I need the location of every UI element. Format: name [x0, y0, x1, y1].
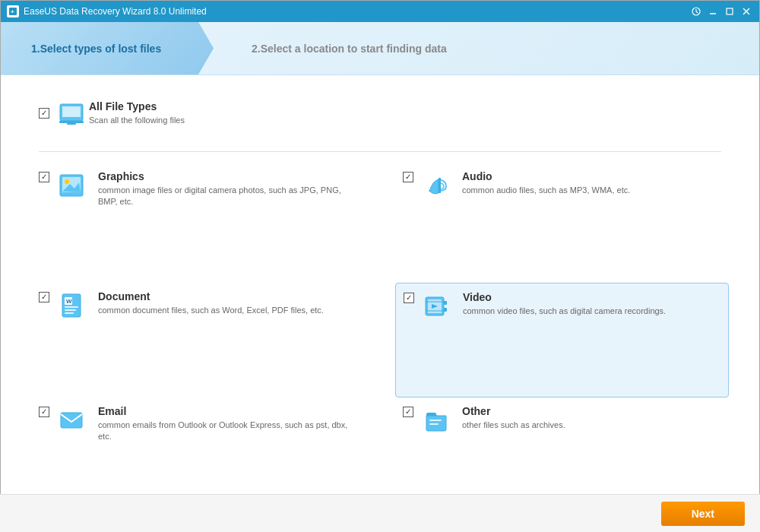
file-type-audio: Audio common audio files, such as MP3, W… [403, 170, 721, 275]
video-icon [423, 291, 454, 321]
audio-desc: common audio files, such as MP3, WMA, et… [462, 185, 630, 196]
document-checkbox[interactable] [39, 292, 49, 302]
divider [39, 151, 721, 152]
next-button[interactable]: Next [661, 502, 745, 526]
email-checkbox[interactable] [39, 407, 49, 417]
document-desc: common document files, such as Word, Exc… [98, 305, 324, 316]
graphics-name: Graphics [98, 170, 357, 182]
main-content: All File Types Scan all the following fi… [1, 75, 759, 532]
minimize-button[interactable] [706, 5, 720, 17]
close-button[interactable] [739, 5, 753, 17]
history-button[interactable] [689, 5, 703, 17]
other-desc: other files such as archives. [462, 420, 565, 431]
other-checkbox[interactable] [403, 407, 413, 417]
other-icon [423, 405, 453, 435]
email-desc: common emails from Outlook or Outlook Ex… [98, 420, 357, 443]
wizard-step-1-label: 1.Select types of lost files [31, 43, 161, 55]
graphics-checkbox[interactable] [39, 172, 49, 182]
email-name: Email [98, 405, 357, 417]
email-info: Email common emails from Outlook or Outl… [98, 405, 357, 443]
restore-button[interactable] [723, 5, 736, 17]
audio-icon [423, 170, 453, 201]
all-file-types-name: All File Types [89, 100, 185, 112]
video-name: Video [463, 291, 666, 303]
titlebar: + EaseUS Data Recovery Wizard 8.0 Unlimi… [1, 1, 759, 22]
video-info: Video common video files, such as digita… [463, 291, 666, 317]
svg-rect-27 [444, 308, 447, 312]
wizard-header: 1.Select types of lost files 2.Select a … [1, 22, 759, 75]
wizard-step-2: 2.Select a location to start finding dat… [214, 22, 759, 74]
video-desc: common video files, such as digital came… [463, 306, 666, 317]
svg-rect-9 [59, 121, 84, 123]
file-type-video: Video common video files, such as digita… [395, 283, 729, 397]
svg-rect-19 [65, 306, 78, 308]
document-icon: W [59, 290, 89, 321]
svg-rect-26 [444, 301, 447, 305]
file-type-graphics: Graphics common image files or digital c… [39, 170, 357, 275]
svg-text:W: W [66, 298, 72, 305]
audio-info: Audio common audio files, such as MP3, W… [462, 170, 630, 196]
graphics-desc: common image files or digital camera pho… [98, 185, 357, 208]
bottom-bar: Next [0, 494, 760, 532]
svg-rect-10 [67, 123, 76, 125]
svg-rect-15 [439, 178, 441, 193]
app-logo: + [7, 5, 19, 17]
document-name: Document [98, 290, 324, 302]
other-name: Other [462, 405, 565, 417]
window-controls [689, 5, 753, 17]
audio-checkbox[interactable] [403, 172, 413, 182]
video-checkbox[interactable] [404, 293, 414, 303]
audio-name: Audio [462, 170, 630, 182]
other-info: Other other files such as archives. [462, 405, 565, 431]
svg-rect-29 [61, 413, 82, 428]
email-icon [59, 405, 89, 435]
svg-rect-31 [429, 423, 439, 425]
all-file-types-icon [59, 98, 89, 128]
svg-text:+: + [11, 8, 14, 15]
file-types-grid: Graphics common image files or digital c… [39, 170, 721, 510]
document-info: Document common document files, such as … [98, 290, 324, 316]
file-type-document: W Document common document files, such a… [39, 290, 357, 389]
graphics-icon [59, 170, 89, 201]
all-file-types-desc: Scan all the following files [89, 115, 185, 126]
svg-rect-21 [65, 312, 74, 314]
all-file-types-checkbox[interactable] [39, 108, 49, 119]
wizard-step-1: 1.Select types of lost files [1, 22, 214, 74]
all-file-types-row: All File Types Scan all the following fi… [39, 98, 721, 128]
svg-rect-20 [65, 309, 76, 311]
svg-point-13 [65, 179, 69, 184]
svg-rect-8 [62, 106, 81, 117]
svg-rect-4 [727, 8, 733, 14]
svg-rect-30 [429, 420, 442, 421]
app-title: EaseUS Data Recovery Wizard 8.0 Unlimite… [24, 6, 689, 17]
all-file-types-info: All File Types Scan all the following fi… [89, 100, 185, 126]
graphics-info: Graphics common image files or digital c… [98, 170, 357, 208]
wizard-step-2-label: 2.Select a location to start finding dat… [252, 43, 447, 55]
